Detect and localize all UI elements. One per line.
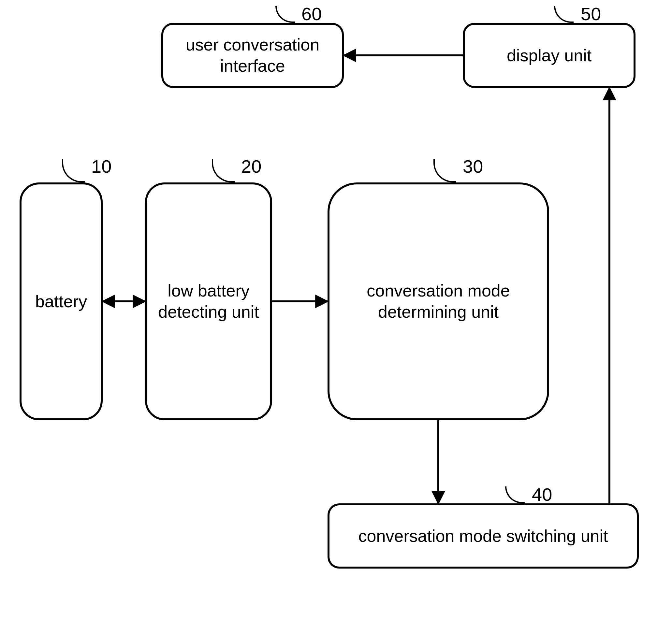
ref-label-50: 50	[581, 3, 601, 25]
ref-label-20: 20	[241, 156, 261, 177]
ref-lead-20	[212, 159, 235, 182]
ref-label-30: 30	[463, 156, 483, 177]
ref-label-60: 60	[302, 3, 322, 25]
block-battery: battery	[19, 182, 103, 420]
block-display-unit: display unit	[463, 23, 635, 88]
block-battery-label: battery	[35, 291, 87, 312]
block-user-conversation-interface: user conversation interface	[161, 23, 344, 88]
ref-lead-50	[554, 6, 574, 23]
block-switching-label: conversation mode switching unit	[358, 526, 608, 547]
block-conversation-mode-determining-unit: conversation mode determining unit	[327, 182, 549, 420]
block-determine-label: conversation mode determining unit	[333, 280, 544, 323]
block-low-battery-detecting-unit: low battery detecting unit	[145, 182, 272, 420]
block-uci-label: user conversation interface	[166, 34, 339, 77]
block-display-label: display unit	[507, 45, 592, 66]
ref-label-40: 40	[532, 484, 552, 505]
ref-lead-60	[275, 6, 295, 23]
ref-lead-40	[505, 487, 525, 503]
ref-label-10: 10	[91, 156, 112, 177]
diagram-canvas: user conversation interface 60 display u…	[0, 0, 672, 621]
ref-lead-10	[62, 159, 85, 182]
block-conversation-mode-switching-unit: conversation mode switching unit	[327, 503, 639, 569]
block-detector-label: low battery detecting unit	[150, 280, 267, 323]
ref-lead-30	[433, 159, 456, 182]
